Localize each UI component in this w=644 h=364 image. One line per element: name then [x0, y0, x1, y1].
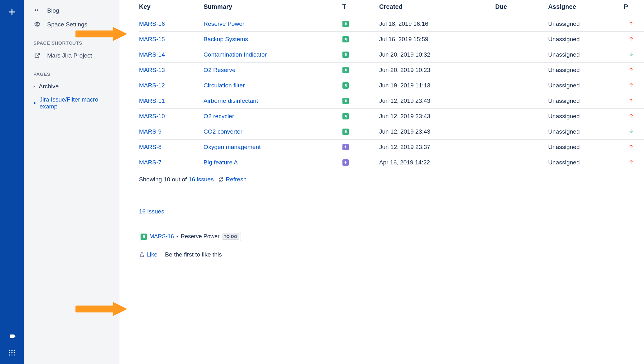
grid-icon — [8, 349, 15, 356]
issues-count-link[interactable]: 16 issues — [188, 176, 214, 183]
issue-created: Jun 12, 2019 23:43 — [379, 124, 495, 140]
refresh-label: Refresh — [226, 176, 247, 183]
issue-key-link[interactable]: MARS-8 — [139, 144, 162, 150]
table-row: MARS-10 O2 recycler Jun 12, 2019 23:43 U… — [139, 109, 644, 124]
refresh-link[interactable]: Refresh — [218, 176, 247, 183]
sidebar-current-page-label: Jira Issue/Filter macro examp — [40, 96, 110, 110]
priority-down-icon — [629, 129, 634, 134]
sidebar-page-current[interactable]: Jira Issue/Filter macro examp — [24, 93, 119, 113]
issue-assignee: Unassigned — [548, 93, 624, 109]
epic-icon — [342, 144, 349, 150]
external-link-icon — [33, 52, 41, 59]
issue-summary-link[interactable]: Circulation filter — [203, 82, 245, 89]
priority-up-icon — [629, 67, 634, 72]
th-type[interactable]: T — [342, 0, 379, 16]
create-button[interactable] — [6, 6, 18, 18]
issue-assignee: Unassigned — [548, 78, 624, 93]
svg-point-4 — [11, 352, 13, 353]
issue-assignee: Unassigned — [548, 16, 624, 32]
main-content: Key Summary T Created Due Assignee P MAR… — [119, 0, 644, 364]
single-issue-title: Reserve Power — [181, 233, 219, 240]
svg-point-9 — [36, 24, 38, 25]
priority-up-icon — [629, 159, 634, 164]
like-row: Like Be the first to like this — [139, 251, 644, 258]
table-row: MARS-13 O2 Reserve Jun 20, 2019 10:23 Un… — [139, 63, 644, 78]
issue-key-link[interactable]: MARS-11 — [139, 97, 165, 104]
issue-summary-link[interactable]: Contamination Indicator — [203, 51, 267, 58]
plus-icon — [8, 8, 16, 16]
priority-down-icon — [629, 52, 634, 57]
svg-point-2 — [14, 350, 15, 351]
sidebar-pages-heading: PAGES — [24, 63, 119, 80]
issue-key-link[interactable]: MARS-7 — [139, 159, 162, 166]
story-icon — [342, 98, 349, 104]
th-key[interactable]: Key — [139, 0, 203, 16]
priority-up-icon — [629, 21, 634, 26]
sidebar-item-settings[interactable]: Space Settings — [24, 18, 119, 31]
issue-created: Jun 12, 2019 23:43 — [379, 109, 495, 124]
story-icon — [342, 67, 349, 73]
story-icon — [342, 21, 349, 27]
priority-up-icon — [629, 36, 634, 41]
like-prompt: Be the first to like this — [165, 251, 222, 258]
issue-due — [495, 93, 548, 109]
th-due[interactable]: Due — [495, 0, 548, 16]
th-assignee[interactable]: Assignee — [548, 0, 624, 16]
issue-assignee: Unassigned — [548, 32, 624, 47]
single-issue-key[interactable]: MARS-16 — [149, 233, 174, 240]
issue-due — [495, 124, 548, 140]
issue-summary-link[interactable]: Airborne disinfectant — [203, 97, 258, 104]
issue-key-link[interactable]: MARS-9 — [139, 128, 162, 135]
issue-created: Jun 19, 2019 11:13 — [379, 78, 495, 93]
issue-created: Jun 20, 2019 10:32 — [379, 47, 495, 63]
svg-point-6 — [9, 355, 10, 356]
issue-key-link[interactable]: MARS-15 — [139, 36, 165, 42]
gear-icon — [33, 21, 41, 28]
notifications-button[interactable] — [8, 333, 16, 342]
table-row: MARS-9 CO2 converter Jun 12, 2019 23:43 … — [139, 124, 644, 140]
story-icon — [141, 234, 147, 240]
sidebar-shortcut-mars[interactable]: Mars Jira Project — [24, 49, 119, 63]
thumbs-up-icon — [139, 252, 145, 257]
table-row: MARS-12 Circulation filter Jun 19, 2019 … — [139, 78, 644, 93]
table-row: MARS-16 Reserve Power Jul 18, 2019 16:16… — [139, 16, 644, 32]
issue-summary-link[interactable]: Oxygen management — [203, 144, 261, 150]
like-button[interactable]: Like — [139, 251, 158, 258]
issue-summary-link[interactable]: CO2 converter — [203, 128, 242, 135]
story-icon — [342, 52, 349, 58]
app-switcher-button[interactable] — [8, 349, 15, 358]
th-summary[interactable]: Summary — [203, 0, 342, 16]
story-icon — [342, 113, 349, 119]
priority-up-icon — [629, 82, 634, 87]
issue-created: Apr 16, 2019 14:22 — [379, 155, 495, 170]
single-issue-pill[interactable]: MARS-16 - Reserve Power TO DO — [139, 232, 241, 241]
issue-key-link[interactable]: MARS-12 — [139, 82, 165, 89]
issue-due — [495, 155, 548, 170]
issue-key-link[interactable]: MARS-16 — [139, 20, 165, 27]
epic-icon — [342, 159, 349, 166]
issue-summary-link[interactable]: Reserve Power — [203, 20, 244, 27]
issue-summary-link[interactable]: Backup Systems — [203, 36, 248, 42]
issue-key-link[interactable]: MARS-10 — [139, 113, 165, 119]
refresh-icon — [218, 177, 224, 182]
sidebar-item-blog[interactable]: Blog — [24, 4, 119, 18]
tag-icon — [8, 333, 16, 340]
global-nav-rail — [0, 0, 24, 364]
sidebar-page-archive[interactable]: › Archive — [24, 80, 119, 93]
svg-point-8 — [14, 355, 15, 356]
issue-due — [495, 109, 548, 124]
issue-key-link[interactable]: MARS-14 — [139, 51, 165, 58]
svg-point-3 — [9, 352, 10, 353]
issue-assignee: Unassigned — [548, 140, 624, 155]
th-priority[interactable]: P — [624, 0, 644, 16]
table-row: MARS-8 Oxygen management Jun 12, 2019 23… — [139, 140, 644, 155]
th-created[interactable]: Created — [379, 0, 495, 16]
like-label: Like — [147, 251, 158, 258]
issue-key-link[interactable]: MARS-13 — [139, 67, 165, 73]
issue-summary-link[interactable]: O2 recycler — [203, 113, 234, 119]
issue-due — [495, 78, 548, 93]
issue-summary-link[interactable]: Big feature A — [203, 159, 238, 166]
issue-summary-link[interactable]: O2 Reserve — [203, 67, 235, 73]
issues-summary-count[interactable]: 16 issues — [139, 208, 644, 215]
table-row: MARS-7 Big feature A Apr 16, 2019 14:22 … — [139, 155, 644, 170]
